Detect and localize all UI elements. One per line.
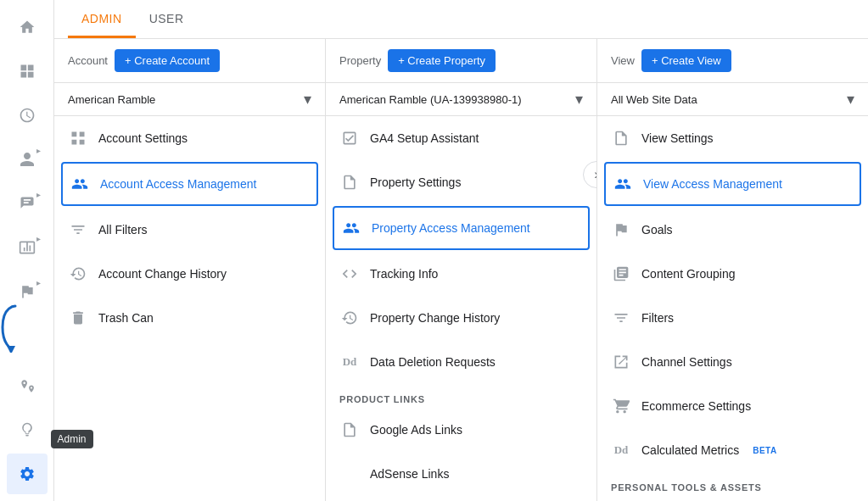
account-col-header: Account + Create Account bbox=[54, 39, 325, 83]
tab-admin[interactable]: ADMIN bbox=[68, 0, 136, 38]
data-deletion-label: Data Deletion Requests bbox=[370, 355, 496, 369]
sidebar-icon-customize[interactable]: ▸ bbox=[7, 183, 48, 224]
menu-item-property-settings[interactable]: Property Settings bbox=[326, 160, 596, 204]
history-icon-property bbox=[339, 308, 360, 328]
goals-label: Goals bbox=[641, 223, 673, 237]
checkbox-icon bbox=[339, 128, 360, 148]
account-dropdown-arrow: ▾ bbox=[304, 90, 311, 109]
menu-item-account-settings[interactable]: Account Settings bbox=[54, 116, 325, 160]
menu-item-ga4-setup[interactable]: GA4 Setup Assistant bbox=[326, 116, 596, 160]
view-col-header: View + Create View bbox=[597, 39, 868, 83]
doc-icon-view bbox=[611, 128, 631, 148]
tracking-info-label: Tracking Info bbox=[370, 267, 438, 281]
menu-item-filters[interactable]: Filters bbox=[597, 296, 868, 340]
columns-container: Account + Create Account American Ramble… bbox=[54, 39, 868, 501]
property-label: Property bbox=[339, 54, 381, 67]
history-icon-account bbox=[68, 264, 88, 284]
code-icon bbox=[339, 264, 360, 284]
account-access-label: Account Access Management bbox=[100, 177, 256, 191]
ecommerce-settings-label: Ecommerce Settings bbox=[641, 399, 751, 413]
filters-label: Filters bbox=[641, 311, 674, 325]
property-col-header: Property + Create Property bbox=[326, 39, 596, 83]
menu-item-account-access[interactable]: Account Access Management bbox=[61, 162, 318, 206]
filter-icon-view bbox=[611, 308, 631, 328]
view-access-label: View Access Management bbox=[643, 177, 782, 191]
people-icon-view bbox=[613, 174, 633, 194]
trash-icon bbox=[68, 308, 88, 328]
account-label: Account bbox=[68, 54, 108, 67]
view-column: View + Create View All Web Site Data ▾ V… bbox=[597, 39, 868, 501]
property-column: Property + Create Property American Ramb… bbox=[326, 39, 597, 501]
sidebar-icon-home[interactable] bbox=[7, 7, 48, 47]
menu-item-calculated-metrics[interactable]: Dd Calculated Metrics BETA bbox=[597, 428, 868, 472]
filter-icon bbox=[68, 220, 88, 240]
doc-icon-ads bbox=[339, 420, 360, 440]
menu-item-content-grouping[interactable]: Content Grouping bbox=[597, 252, 868, 296]
beta-badge: BETA bbox=[753, 446, 776, 455]
sidebar-icon-gear[interactable] bbox=[7, 454, 48, 494]
account-dropdown-value: American Ramble bbox=[68, 93, 304, 106]
product-links-section: PRODUCT LINKS bbox=[326, 384, 596, 408]
menu-item-ecommerce-settings[interactable]: Ecommerce Settings bbox=[597, 384, 868, 428]
property-change-history-label: Property Change History bbox=[370, 311, 500, 325]
create-view-button[interactable]: + Create View bbox=[641, 49, 731, 72]
calculated-metrics-label: Calculated Metrics bbox=[641, 443, 739, 457]
svg-marker-0 bbox=[7, 346, 15, 353]
dd-icon-view: Dd bbox=[611, 440, 631, 460]
menu-item-data-deletion[interactable]: Dd Data Deletion Requests bbox=[326, 340, 596, 384]
account-column: Account + Create Account American Ramble… bbox=[54, 39, 326, 501]
sidebar-icon-monitor[interactable]: ▸ bbox=[7, 227, 48, 268]
tabs-bar: ADMIN USER bbox=[54, 0, 868, 39]
all-filters-label: All Filters bbox=[98, 223, 148, 237]
adsense-icon bbox=[339, 464, 360, 484]
menu-item-adsense[interactable]: AdSense Links bbox=[326, 452, 596, 496]
property-dropdown-arrow: ▾ bbox=[575, 90, 583, 109]
sidebar-icon-lightbulb[interactable] bbox=[7, 409, 48, 450]
menu-item-account-change-history[interactable]: Account Change History bbox=[54, 252, 325, 296]
admin-tooltip: Admin bbox=[51, 430, 93, 448]
property-settings-label: Property Settings bbox=[370, 175, 461, 189]
menu-item-goals[interactable]: Goals bbox=[597, 208, 868, 252]
menu-item-google-ads[interactable]: Google Ads Links bbox=[326, 408, 596, 452]
view-dropdown[interactable]: All Web Site Data ▾ bbox=[597, 83, 868, 116]
tab-user[interactable]: USER bbox=[136, 0, 198, 38]
sidebar-icon-person[interactable]: ▸ bbox=[7, 139, 48, 180]
view-settings-label: View Settings bbox=[641, 131, 714, 145]
adsense-label: AdSense Links bbox=[370, 467, 449, 481]
account-menu-items: Account Settings Account Access Manageme… bbox=[54, 116, 325, 501]
main-content: ADMIN USER Account + Create Account Amer… bbox=[54, 0, 868, 501]
account-settings-label: Account Settings bbox=[98, 131, 188, 145]
menu-item-view-settings[interactable]: View Settings bbox=[597, 116, 868, 160]
sidebar-icon-path[interactable] bbox=[7, 365, 48, 406]
account-change-history-label: Account Change History bbox=[98, 267, 227, 281]
google-ads-label: Google Ads Links bbox=[370, 423, 462, 437]
blue-arrow-indicator bbox=[0, 302, 24, 353]
property-menu-items: GA4 Setup Assistant Property Settings Pr… bbox=[326, 116, 596, 501]
property-access-label: Property Access Management bbox=[372, 221, 530, 235]
sidebar-icon-clock[interactable] bbox=[7, 95, 48, 136]
view-dropdown-arrow: ▾ bbox=[847, 90, 854, 109]
trash-can-label: Trash Can bbox=[98, 311, 154, 325]
create-property-button[interactable]: + Create Property bbox=[388, 49, 496, 72]
dd-icon-property: Dd bbox=[339, 352, 360, 372]
menu-item-property-change-history[interactable]: Property Change History bbox=[326, 296, 596, 340]
sidebar-icon-dashboard[interactable] bbox=[7, 51, 48, 92]
view-label: View bbox=[611, 54, 635, 67]
menu-item-tracking-info[interactable]: Tracking Info bbox=[326, 252, 596, 296]
menu-item-trash-can[interactable]: Trash Can bbox=[54, 296, 325, 340]
people-icon-account bbox=[70, 174, 90, 194]
menu-item-channel-settings[interactable]: Channel Settings bbox=[597, 340, 868, 384]
content-icon bbox=[611, 264, 631, 284]
account-dropdown[interactable]: American Ramble ▾ bbox=[54, 83, 325, 116]
ga4-setup-label: GA4 Setup Assistant bbox=[370, 131, 479, 145]
view-menu-items: View Settings View Access Management Goa… bbox=[597, 116, 868, 501]
doc-icon-property bbox=[339, 172, 360, 192]
sidebar: ▸ ▸ ▸ ▸ Admin bbox=[0, 0, 54, 501]
property-dropdown[interactable]: American Ramble (UA-139938980-1) ▾ bbox=[326, 83, 596, 116]
menu-item-all-filters[interactable]: All Filters bbox=[54, 208, 325, 252]
create-account-button[interactable]: + Create Account bbox=[115, 49, 220, 72]
menu-item-property-access[interactable]: Property Access Management bbox=[333, 206, 590, 250]
people-icon-property bbox=[341, 218, 361, 238]
content-grouping-label: Content Grouping bbox=[641, 267, 736, 281]
menu-item-view-access[interactable]: View Access Management bbox=[604, 162, 861, 206]
